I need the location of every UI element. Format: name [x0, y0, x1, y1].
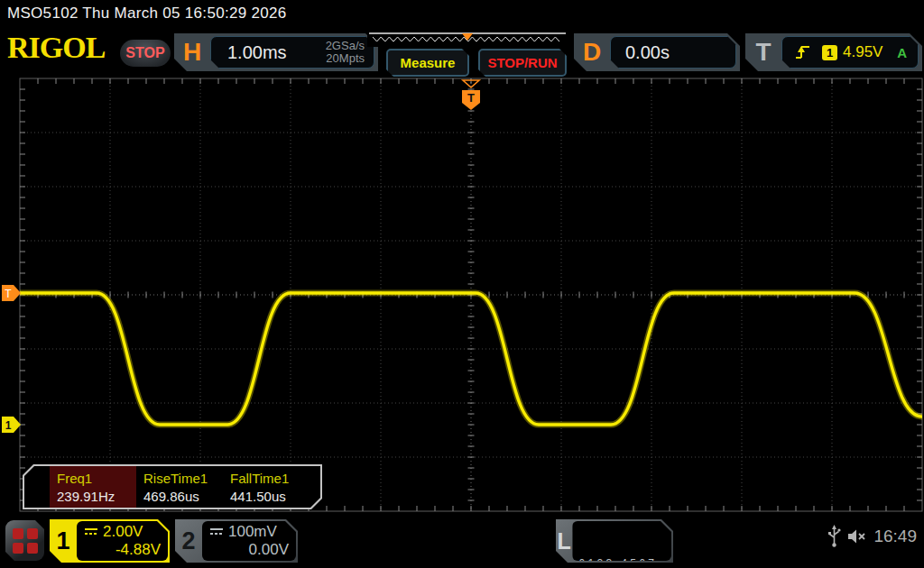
dc-coupling-icon: [84, 527, 98, 537]
trigger-position-marker[interactable]: T: [462, 80, 480, 110]
logic-channel-numbers: 0 1 2 3 4 5 6 7 8 9 1011 12131415: [572, 521, 671, 561]
svg-text:T: T: [5, 288, 12, 300]
trigger-level-marker[interactable]: T: [2, 285, 21, 301]
measurement-risetime1[interactable]: RiseTime1 469.86us: [136, 466, 223, 508]
ch2-offset: 0.00V: [209, 541, 289, 559]
bottom-bar: 1 2.00V -4.88V 2 100mV 0.00V: [0, 512, 924, 568]
logic-channels-control[interactable]: L 0 1 2 3 4 5 6 7 8 9 1011 12131415: [556, 519, 673, 563]
usb-icon: [827, 525, 841, 548]
ch1-trace: [20, 293, 922, 425]
svg-text:T: T: [467, 91, 475, 105]
measurement-freq1[interactable]: Freq1 239.91Hz: [50, 466, 136, 508]
ch1-offset: -4.88V: [84, 541, 161, 559]
ch1-trace-glow: [20, 293, 922, 425]
dc-coupling-icon: [209, 527, 224, 537]
measurement-panel[interactable]: Freq1 239.91Hz RiseTime1 469.86us FallTi…: [23, 464, 322, 509]
menu-grid-button[interactable]: [5, 520, 44, 561]
channel-1-control[interactable]: 1 2.00V -4.88V: [50, 519, 170, 563]
ch1-ground-marker[interactable]: 1: [2, 417, 21, 433]
svg-text:1: 1: [5, 419, 12, 432]
clock: 16:49: [873, 527, 917, 546]
measurement-falltime1[interactable]: FallTime1 441.50us: [223, 466, 310, 508]
speaker-muted-icon: [847, 528, 867, 545]
channel-2-control[interactable]: 2 100mV 0.00V: [175, 519, 298, 563]
menu-grid-icon: [13, 528, 23, 539]
ch1-scale: 2.00V: [103, 523, 143, 541]
ch2-scale: 100mV: [228, 523, 277, 541]
